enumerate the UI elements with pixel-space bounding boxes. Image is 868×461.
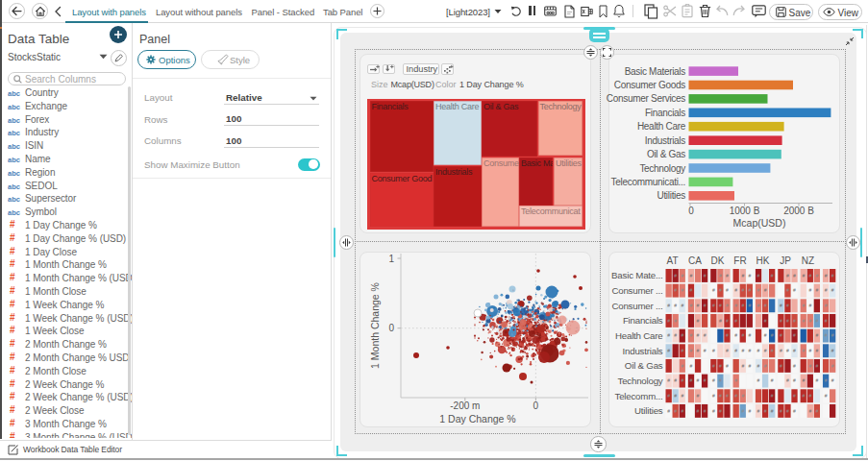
- svg-text:Financials: Financials: [645, 108, 685, 118]
- svg-text:#: #: [808, 363, 811, 369]
- svg-text:Consumer ...: Consumer ...: [611, 301, 662, 311]
- svg-text:#: #: [808, 318, 811, 324]
- svg-text:#: #: [734, 287, 737, 293]
- svg-text:#: #: [764, 363, 767, 369]
- svg-text:#: #: [786, 377, 789, 383]
- svg-text:#: #: [748, 287, 751, 293]
- svg-text:#: #: [741, 273, 744, 279]
- svg-text:#: #: [712, 363, 715, 369]
- svg-text:#: #: [831, 348, 834, 353]
- svg-text:#: #: [771, 408, 774, 414]
- svg-text:#: #: [697, 377, 700, 383]
- svg-text:#: #: [681, 273, 683, 279]
- svg-text:#: #: [734, 348, 737, 353]
- svg-text:#: #: [825, 393, 828, 399]
- svg-text:#: #: [697, 303, 700, 308]
- svg-text:#: #: [771, 393, 774, 399]
- svg-text:#: #: [748, 408, 751, 414]
- svg-text:#: #: [667, 303, 670, 308]
- svg-text:#: #: [741, 332, 744, 338]
- svg-text:#: #: [712, 303, 715, 308]
- svg-text:#: #: [757, 273, 760, 279]
- svg-text:#: #: [780, 408, 782, 414]
- svg-text:#: #: [748, 363, 751, 369]
- svg-text:1 Day Change %: 1 Day Change %: [439, 413, 515, 425]
- svg-text:#: #: [771, 377, 774, 383]
- svg-text:#: #: [802, 318, 805, 324]
- svg-text:#: #: [704, 303, 707, 308]
- svg-text:#: #: [757, 287, 760, 293]
- svg-text:#: #: [681, 287, 683, 293]
- svg-text:#: #: [780, 303, 782, 308]
- svg-text:#: #: [831, 332, 834, 338]
- svg-text:#: #: [719, 303, 722, 308]
- svg-text:AT: AT: [666, 255, 678, 266]
- svg-text:-200 m: -200 m: [450, 400, 480, 411]
- svg-text:NZ: NZ: [802, 255, 814, 266]
- svg-text:#: #: [704, 377, 707, 383]
- svg-text:#: #: [808, 348, 811, 353]
- svg-text:Telecommunicati...: Telecommunicati...: [611, 177, 685, 187]
- svg-text:#: #: [712, 287, 715, 293]
- svg-text:#: #: [704, 273, 707, 279]
- svg-text:#: #: [786, 287, 789, 293]
- svg-text:#: #: [734, 377, 737, 383]
- svg-text:CA: CA: [688, 255, 702, 266]
- svg-text:#: #: [786, 348, 789, 353]
- svg-text:#: #: [780, 348, 782, 353]
- svg-text:#: #: [748, 348, 751, 353]
- svg-text:#: #: [741, 303, 744, 308]
- svg-text:#: #: [681, 408, 683, 414]
- svg-text:#: #: [802, 377, 805, 383]
- svg-text:#: #: [674, 332, 677, 338]
- svg-text:#: #: [741, 348, 744, 353]
- svg-text:#: #: [786, 303, 789, 308]
- svg-text:#: #: [793, 332, 796, 338]
- svg-text:0: 0: [388, 323, 394, 333]
- svg-text:#: #: [780, 363, 782, 369]
- svg-text:#: #: [674, 303, 677, 308]
- svg-text:#: #: [793, 348, 796, 353]
- svg-text:FR: FR: [733, 255, 746, 266]
- svg-text:#: #: [719, 363, 722, 369]
- svg-text:#: #: [681, 393, 683, 399]
- svg-text:#: #: [808, 273, 811, 279]
- svg-text:#: #: [825, 318, 828, 324]
- svg-text:#: #: [808, 408, 811, 414]
- svg-text:Telecomm...: Telecomm...: [614, 391, 662, 401]
- svg-text:#: #: [674, 393, 677, 399]
- svg-text:#: #: [757, 303, 760, 308]
- svg-text:#: #: [726, 348, 729, 353]
- svg-text:#: #: [726, 363, 729, 369]
- svg-text:#: #: [712, 408, 715, 414]
- svg-text:#: #: [780, 332, 782, 338]
- svg-text:#: #: [802, 273, 805, 279]
- svg-text:#: #: [808, 287, 811, 293]
- svg-text:#: #: [741, 393, 744, 399]
- svg-text:#: #: [690, 303, 693, 308]
- svg-text:#: #: [831, 377, 834, 383]
- svg-text:#: #: [816, 273, 819, 279]
- svg-text:#: #: [726, 332, 729, 338]
- svg-text:#: #: [681, 348, 683, 353]
- svg-text:DK: DK: [711, 255, 725, 266]
- svg-text:#: #: [825, 377, 828, 383]
- svg-text:#: #: [741, 408, 744, 414]
- svg-text:#: #: [748, 273, 751, 279]
- svg-text:#: #: [726, 303, 729, 308]
- svg-text:#: #: [757, 363, 760, 369]
- svg-text:#: #: [690, 332, 693, 338]
- svg-text:#: #: [786, 318, 789, 324]
- svg-text:Consumer ...: Consumer ...: [611, 285, 662, 296]
- svg-text:2000 B: 2000 B: [783, 206, 814, 216]
- svg-text:#: #: [825, 303, 828, 308]
- svg-text:#: #: [816, 348, 819, 353]
- svg-text:#: #: [780, 318, 782, 324]
- svg-text:#: #: [771, 273, 774, 279]
- svg-text:#: #: [726, 273, 729, 279]
- svg-text:Consumer Goods: Consumer Goods: [614, 80, 685, 90]
- svg-text:JP: JP: [780, 255, 791, 266]
- svg-text:#: #: [764, 287, 767, 293]
- svg-text:#: #: [802, 393, 805, 399]
- svg-text:0: 0: [533, 400, 539, 411]
